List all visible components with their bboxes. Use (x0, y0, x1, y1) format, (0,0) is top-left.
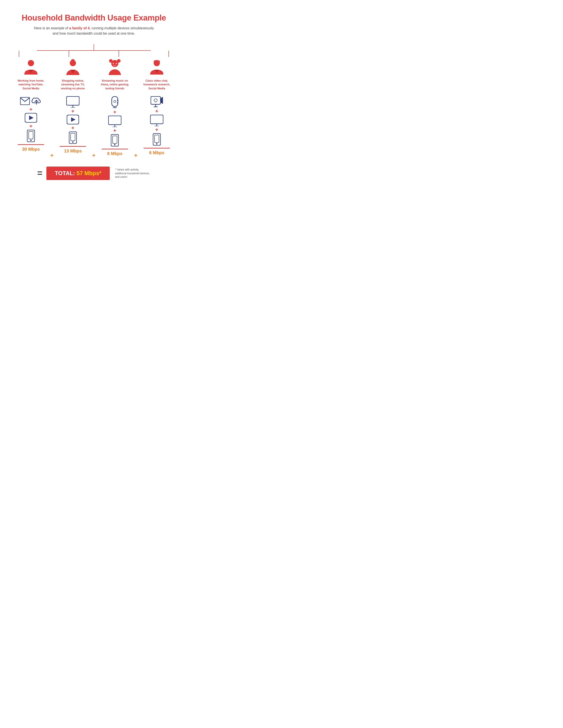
tree-branches (19, 51, 169, 57)
totals-plus-2: + (92, 152, 96, 159)
member-3-desc: Streaming music onAlexa, online gaming,t… (101, 79, 129, 90)
adult-female-icon (64, 59, 82, 77)
divider-2 (60, 146, 86, 147)
phone-icon-4 (153, 133, 161, 146)
plus-1b: + (29, 123, 32, 129)
alexa-icon (110, 96, 120, 109)
member-4-desc: Class video chat,homework research,Socia… (143, 79, 170, 90)
total-value: 57 Mbps* (77, 170, 101, 176)
mbps-2: 13 Mbps (64, 148, 82, 154)
device-column-2: + + 13 Mbps (54, 96, 92, 156)
phone-icon-1 (27, 130, 35, 142)
member-1-desc: Working from home,watching YouTube,Socia… (18, 79, 44, 90)
youtube-icon-2 (67, 115, 79, 124)
svg-point-2 (71, 59, 75, 62)
monitor-icon-4 (150, 115, 163, 126)
svg-rect-10 (20, 97, 30, 105)
youtube-icon-1 (25, 113, 37, 123)
svg-point-16 (30, 140, 32, 141)
svg-marker-21 (71, 117, 75, 122)
member-4: Class video chat,homework research,Socia… (138, 59, 175, 90)
totals-plus-3: + (134, 152, 137, 159)
email-icon (20, 97, 30, 105)
phone-icon-3 (111, 134, 119, 146)
svg-rect-39 (150, 115, 163, 124)
member-1: Working from home,watching YouTube,Socia… (12, 59, 50, 90)
divider-1 (18, 144, 44, 145)
svg-rect-43 (154, 135, 159, 143)
member-3: Streaming music onAlexa, online gaming,t… (96, 59, 133, 90)
total-note: * Varies with activity, additional house… (115, 168, 150, 179)
svg-point-24 (72, 141, 73, 143)
subtitle-highlight: a family of 4 (69, 26, 89, 30)
tree-horizontal-line (19, 50, 169, 51)
svg-point-44 (156, 143, 157, 144)
device-column-3: + + 8 Mbps (96, 96, 133, 156)
svg-rect-23 (71, 133, 75, 141)
device-column-4: + + 6 Mbps (138, 96, 175, 156)
svg-marker-13 (29, 116, 34, 120)
video-chat-icon (150, 96, 163, 108)
svg-point-33 (114, 144, 115, 145)
child-icon (106, 59, 124, 77)
svg-rect-17 (66, 96, 79, 105)
totals-plus-row: + + + (12, 154, 175, 159)
branch-2 (69, 51, 69, 57)
svg-point-5 (117, 59, 120, 63)
plus-4a: + (155, 108, 158, 114)
plus-3b: + (113, 128, 116, 134)
svg-point-36 (154, 99, 157, 102)
branch-3 (118, 51, 119, 57)
monitor-icon-2 (66, 96, 79, 108)
svg-rect-15 (29, 131, 33, 139)
svg-marker-35 (161, 97, 163, 104)
svg-point-6 (113, 63, 114, 64)
total-banner: TOTAL: 57 Mbps* (46, 167, 110, 180)
member-2-desc: Shopping online,streaming live TV,workin… (61, 79, 85, 90)
teen-icon (148, 59, 165, 77)
monitor-icon-3 (108, 116, 121, 127)
svg-rect-32 (113, 136, 117, 143)
device-column-1: + + 30 Mbps (12, 96, 50, 156)
branch-4 (168, 51, 169, 57)
divider-4 (143, 148, 170, 148)
tree-diagram (9, 44, 179, 57)
plus-2a: + (71, 108, 74, 114)
svg-point-7 (116, 63, 117, 64)
member-2: Shopping online,streaming live TV,workin… (54, 59, 92, 90)
device-1-top (20, 96, 42, 106)
tree-vertical-top (94, 44, 94, 50)
total-section: = TOTAL: 57 Mbps* * Varies with activity… (37, 167, 150, 180)
plus-2b: + (71, 125, 74, 131)
svg-rect-25 (112, 96, 118, 107)
equals-sign: = (37, 168, 42, 178)
plus-3a: + (113, 109, 116, 115)
mbps-1: 30 Mbps (22, 147, 40, 152)
divider-3 (102, 149, 128, 149)
cloud-upload-icon (31, 96, 42, 106)
adult-male-icon (22, 59, 40, 77)
plus-4b: + (155, 127, 158, 133)
svg-point-26 (114, 100, 116, 103)
subtitle-before: Here is an example of (34, 26, 69, 30)
members-row: Working from home,watching YouTube,Socia… (12, 59, 175, 90)
svg-point-4 (109, 59, 113, 63)
branch-1 (19, 51, 19, 57)
subtitle: Here is an example of a family of 4, run… (34, 26, 154, 36)
page-title: Household Bandwidth Usage Example (22, 13, 166, 23)
svg-point-0 (28, 60, 34, 66)
total-label: TOTAL: (55, 170, 77, 176)
plus-1a: + (29, 106, 32, 113)
svg-rect-9 (154, 60, 160, 62)
svg-rect-28 (108, 116, 121, 125)
svg-rect-34 (151, 96, 160, 104)
totals-plus-1: + (50, 152, 54, 159)
devices-row: + + 30 Mbps + + (12, 96, 175, 156)
phone-icon-2 (69, 131, 77, 144)
